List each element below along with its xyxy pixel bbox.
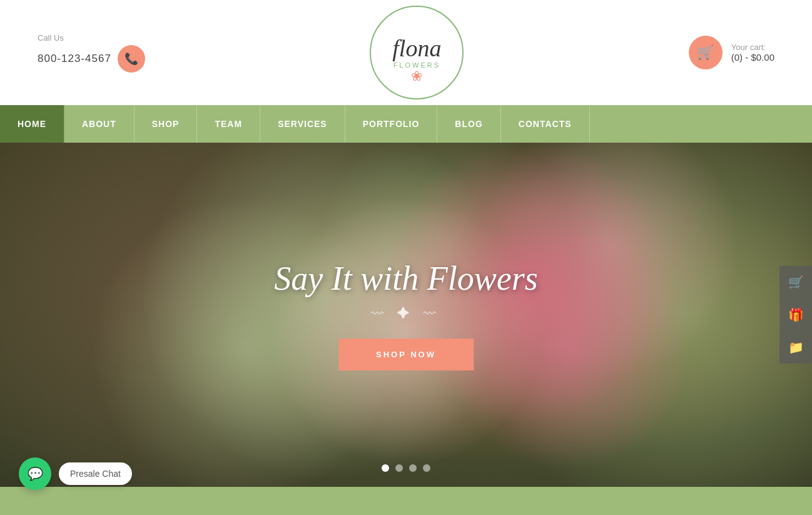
header-right: 🛒 Your cart: (0) - $0.00 <box>689 36 774 69</box>
chat-button[interactable]: 💬 <box>19 457 51 490</box>
nav-item-portfolio[interactable]: PORTFOLIO <box>345 105 438 143</box>
logo-circle: flona FLOWERS ❀ <box>370 6 464 99</box>
dot-4[interactable] <box>423 464 430 472</box>
cart-button[interactable]: 🛒 <box>689 36 723 69</box>
hero-content: Say It with Flowers 〰 ✦ 〰 SHOP NOW <box>274 259 537 370</box>
hero-section: Say It with Flowers 〰 ✦ 〰 SHOP NOW 🛒 🎁 📁 <box>0 143 812 487</box>
hero-title: Say It with Flowers <box>274 259 537 298</box>
dot-1[interactable] <box>382 464 389 472</box>
navigation: HOME ABOUT SHOP TEAM SERVICES PORTFOLIO … <box>0 105 812 143</box>
hero-divider: 〰 ✦ 〰 <box>274 307 537 321</box>
cart-info: Your cart: (0) - $0.00 <box>731 43 774 63</box>
cart-icon: 🛒 <box>697 44 714 61</box>
nav-item-shop[interactable]: SHOP <box>134 105 198 143</box>
cart-value: (0) - $0.00 <box>731 52 774 63</box>
dot-3[interactable] <box>409 464 417 472</box>
hero-dots <box>382 464 430 472</box>
header-left: Call Us 800-123-4567 📞 <box>38 33 145 73</box>
chat-label: Presale Chat <box>70 469 121 479</box>
side-gift-icon: 🎁 <box>788 307 804 322</box>
logo-container: flona FLOWERS ❀ <box>370 6 464 99</box>
cart-label: Your cart: <box>731 43 766 52</box>
phone-number: 800-123-4567 <box>38 53 111 65</box>
header: Call Us 800-123-4567 📞 flona FLOWERS ❀ 🛒… <box>0 0 812 105</box>
logo-decoration-icon: ❀ <box>411 68 422 84</box>
nav-item-team[interactable]: TEAM <box>197 105 260 143</box>
side-gift-button[interactable]: 🎁 <box>779 298 812 331</box>
nav-item-home[interactable]: HOME <box>0 105 64 143</box>
chat-widget: 💬 Presale Chat <box>19 457 132 490</box>
phone-button[interactable]: 📞 <box>118 45 145 73</box>
footer-bar <box>0 487 812 515</box>
shop-now-button[interactable]: SHOP NOW <box>338 339 474 370</box>
side-folder-icon: 📁 <box>788 340 804 355</box>
phone-icon: 📞 <box>124 52 138 66</box>
logo-name: flona <box>392 36 441 60</box>
nav-item-blog[interactable]: BLOG <box>437 105 500 143</box>
dot-2[interactable] <box>395 464 403 472</box>
chat-icon: 💬 <box>28 466 43 481</box>
side-cart-button[interactable]: 🛒 <box>779 266 812 298</box>
divider-decoration: 〰 ✦ 〰 <box>371 307 440 321</box>
chat-label-box: Presale Chat <box>59 462 132 485</box>
nav-item-about[interactable]: ABOUT <box>64 105 134 143</box>
side-cart-icon: 🛒 <box>788 275 804 290</box>
side-folder-button[interactable]: 📁 <box>779 331 812 364</box>
nav-spacer <box>590 105 812 143</box>
side-icons: 🛒 🎁 📁 <box>779 266 812 364</box>
call-us-row: 800-123-4567 📞 <box>38 45 145 73</box>
nav-item-contacts[interactable]: CONTACTS <box>501 105 590 143</box>
nav-item-services[interactable]: SERVICES <box>260 105 345 143</box>
call-us-label: Call Us <box>38 33 64 43</box>
